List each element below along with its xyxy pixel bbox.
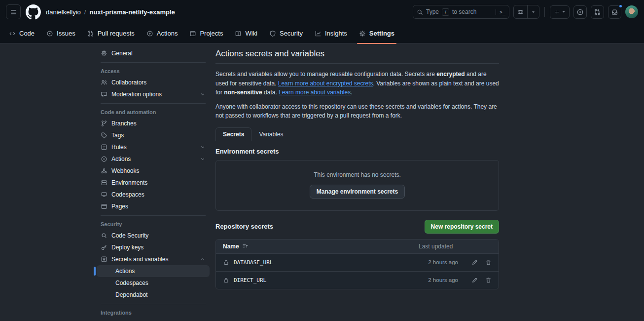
secrets-variables-tabnav: Secrets Variables	[215, 127, 499, 141]
sidebar-item-branches[interactable]: Branches	[97, 118, 210, 129]
new-repository-secret-button[interactable]: New repository secret	[425, 220, 499, 234]
intro-text: .	[351, 89, 352, 96]
tab-label: Wiki	[245, 30, 257, 37]
search-placeholder-prefix: Type	[426, 8, 439, 15]
sidebar-item-label: Branches	[111, 120, 137, 127]
sidebar-subitem-actions[interactable]: Actions	[97, 265, 210, 277]
sidebar-item-secrets-and-variables[interactable]: Secrets and variables	[97, 253, 210, 265]
header-divider	[544, 7, 545, 17]
delete-secret-button[interactable]	[485, 259, 492, 266]
sidebar-item-label: General	[111, 50, 133, 57]
tab-projects[interactable]: Projects	[184, 27, 228, 40]
secret-name: DATABASE_URL	[234, 259, 273, 266]
tab-settings[interactable]: Settings	[354, 27, 399, 40]
sidebar-item-label: Codespaces	[115, 280, 148, 286]
header-left: danielkellyio / nuxt-prisma-netlify-exam…	[6, 4, 175, 20]
edit-secret-button[interactable]	[471, 277, 478, 283]
people-icon	[101, 79, 107, 86]
row-actions	[471, 277, 492, 283]
tab-actions[interactable]: Actions	[142, 27, 183, 40]
manage-environment-secrets-button[interactable]: Manage environment secrets	[310, 185, 405, 199]
tab-label: Insights	[325, 30, 347, 37]
tab-pull-requests[interactable]: Pull requests	[82, 27, 140, 40]
sidebar-item-collaborators[interactable]: Collaborators	[97, 77, 210, 88]
sidebar-item-general[interactable]: General	[97, 47, 210, 59]
header-right: Type / to search >_	[413, 5, 638, 19]
intro-paragraph: Secrets and variables allow you to manag…	[215, 70, 499, 97]
command-palette-icon[interactable]: >_	[496, 9, 505, 15]
sidebar-item-label: Dependabot	[115, 291, 147, 298]
main-content: Actions secrets and variables Secrets an…	[215, 47, 499, 321]
hamburger-menu-button[interactable]	[6, 4, 21, 19]
secret-name: DIRECT_URL	[234, 277, 266, 283]
delete-secret-button[interactable]	[485, 277, 492, 283]
repository-secrets-title: Repository secrets	[215, 223, 273, 230]
copilot-dropdown-caret[interactable]	[527, 5, 539, 18]
sidebar-item-environments[interactable]: Environments	[97, 177, 210, 189]
github-mark-icon	[26, 4, 41, 20]
sidebar-divider	[101, 62, 206, 63]
search-input[interactable]: Type / to search >_	[413, 5, 509, 19]
git-branch-icon	[101, 120, 107, 127]
chevron-down-icon	[200, 144, 206, 150]
issues-dashboard-button[interactable]	[573, 5, 587, 19]
tab-secrets[interactable]: Secrets	[215, 127, 251, 141]
codespaces-icon	[101, 191, 107, 198]
tab-code[interactable]: Code	[4, 27, 39, 40]
table-row: DATABASE_URL 2 hours ago	[216, 253, 499, 271]
tab-issues[interactable]: Issues	[41, 27, 80, 40]
edit-secret-button[interactable]	[471, 259, 478, 266]
sidebar-item-rules[interactable]: Rules	[97, 141, 210, 153]
column-header-name[interactable]: Name	[223, 243, 239, 250]
sidebar-item-pages[interactable]: Pages	[97, 201, 210, 212]
breadcrumb-repo-link[interactable]: nuxt-prisma-netlify-example	[89, 8, 175, 16]
sidebar-item-codespaces[interactable]: Codespaces	[97, 189, 210, 201]
repo-nav: Code Issues Pull requests Actions Projec…	[0, 24, 644, 43]
key-icon	[101, 244, 107, 251]
play-circle-icon	[146, 30, 153, 37]
global-header: danielkellyio / nuxt-prisma-netlify-exam…	[0, 0, 644, 24]
environment-secrets-title: Environment secrets	[215, 148, 499, 155]
row-actions	[471, 259, 492, 266]
sidebar-item-deploy-keys[interactable]: Deploy keys	[97, 241, 210, 253]
github-settings-page: danielkellyio / nuxt-prisma-netlify-exam…	[0, 0, 644, 321]
create-new-button[interactable]	[550, 5, 570, 19]
sidebar-item-webhooks[interactable]: Webhooks	[97, 165, 210, 177]
shield-search-icon	[101, 232, 107, 239]
learn-more-variables-link[interactable]: Learn more about variables	[279, 89, 351, 96]
sidebar-item-moderation-options[interactable]: Moderation options	[97, 88, 210, 100]
sidebar-divider	[101, 304, 206, 304]
page-title: Actions secrets and variables	[215, 49, 499, 59]
breadcrumb: danielkellyio / nuxt-prisma-netlify-exam…	[46, 8, 175, 16]
sidebar-section-code-and-automation: Code and automation	[97, 107, 210, 118]
table-row: DIRECT_URL 2 hours ago	[216, 271, 499, 289]
sort-ascending-icon[interactable]	[242, 243, 249, 249]
graph-icon	[315, 30, 322, 37]
tab-variables[interactable]: Variables	[251, 127, 290, 141]
sidebar-item-label: Secrets and variables	[111, 256, 168, 263]
copilot-icon[interactable]	[514, 5, 527, 18]
github-logo[interactable]	[26, 4, 41, 20]
sidebar-divider	[101, 215, 206, 216]
sidebar-subitem-dependabot[interactable]: Dependabot	[97, 289, 210, 301]
avatar[interactable]	[625, 5, 638, 18]
sidebar-item-tags[interactable]: Tags	[97, 129, 210, 141]
notifications-inbox-button[interactable]	[608, 5, 621, 19]
tab-security[interactable]: Security	[264, 27, 308, 40]
pull-requests-dashboard-button[interactable]	[591, 5, 604, 19]
tab-wiki[interactable]: Wiki	[230, 27, 262, 40]
sidebar-item-label: Rules	[111, 144, 127, 151]
sidebar-item-actions[interactable]: Actions	[97, 153, 210, 165]
breadcrumb-owner-link[interactable]: danielkellyio	[46, 8, 81, 16]
repository-secrets-header: Repository secrets New repository secret	[215, 220, 499, 234]
tab-label: Issues	[57, 30, 75, 37]
copilot-button[interactable]	[513, 5, 539, 19]
sidebar-subitem-codespaces[interactable]: Codespaces	[97, 277, 210, 289]
book-icon	[235, 30, 242, 37]
dropdown-caret-icon	[561, 9, 566, 14]
pencil-icon	[471, 277, 478, 283]
sidebar-item-code-security[interactable]: Code Security	[97, 230, 210, 241]
chevron-down-icon	[200, 156, 206, 162]
learn-more-secrets-link[interactable]: Learn more about encrypted secrets	[278, 80, 373, 87]
tab-insights[interactable]: Insights	[310, 27, 352, 40]
